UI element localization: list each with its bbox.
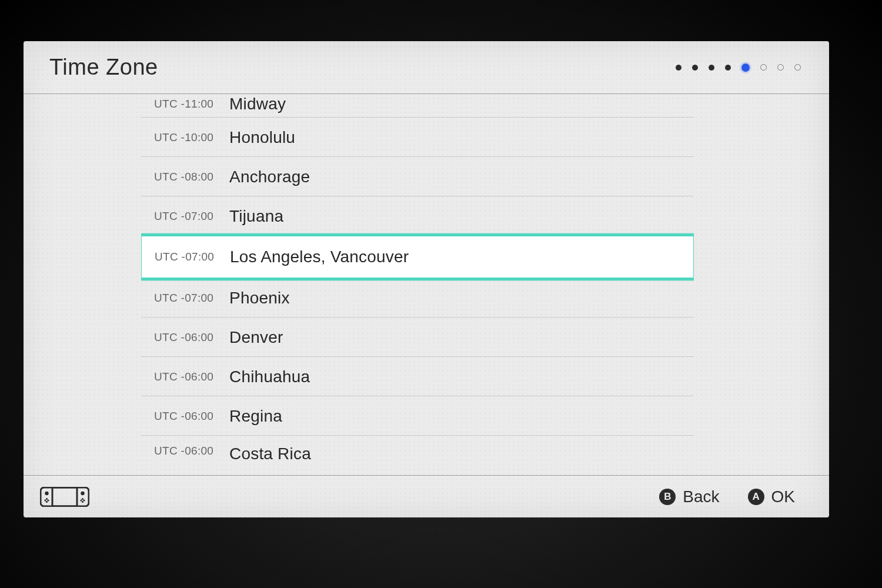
timezone-city: Honolulu (229, 128, 295, 147)
timezone-offset: UTC -07:00 (154, 292, 229, 305)
timezone-city: Midway (229, 96, 286, 112)
timezone-row[interactable]: UTC -07:00Phoenix (141, 278, 694, 318)
timezone-row[interactable]: UTC -06:00Regina (141, 396, 694, 436)
header: Time Zone (24, 41, 829, 94)
timezone-row[interactable]: UTC -08:00Anchorage (141, 157, 694, 196)
b-button-icon: B (659, 489, 676, 505)
svg-point-10 (82, 497, 83, 499)
svg-point-8 (80, 499, 82, 501)
timezone-city: Phoenix (229, 289, 290, 308)
timezone-city: Chihuahua (229, 368, 310, 386)
timezone-offset: UTC -07:00 (155, 250, 230, 263)
footer-actions: B Back A OK (659, 487, 795, 506)
timezone-offset: UTC -08:00 (154, 171, 229, 183)
timezone-row[interactable]: UTC -10:00Honolulu (141, 118, 694, 157)
timezone-row[interactable]: UTC -06:00Costa Rica (141, 436, 694, 466)
timezone-offset: UTC -06:00 (154, 410, 229, 423)
timezone-offset: UTC -06:00 (154, 331, 229, 344)
svg-point-9 (83, 499, 85, 501)
pager-dot-done (709, 65, 714, 71)
timezone-offset: UTC -06:00 (154, 445, 229, 457)
back-button[interactable]: B Back (659, 487, 719, 506)
a-button-icon: A (748, 489, 764, 505)
device-bezel: Time Zone UTC -11:00MidwayUTC -10:00Hono… (0, 0, 882, 588)
timezone-city: Anchorage (229, 168, 310, 186)
timezone-city: Tijuana (229, 207, 283, 226)
ok-button[interactable]: A OK (748, 487, 795, 506)
timezone-row[interactable]: UTC -07:00Tijuana (141, 196, 694, 236)
svg-point-7 (46, 500, 48, 502)
timezone-city: Denver (229, 328, 283, 347)
svg-point-2 (45, 491, 48, 495)
timezone-city: Los Angeles, Vancouver (230, 248, 409, 266)
timezone-city: Costa Rica (229, 445, 311, 463)
timezone-offset: UTC -11:00 (154, 98, 229, 112)
svg-point-4 (44, 499, 46, 501)
footer: B Back A OK (24, 475, 829, 517)
pager-dot-upcoming (777, 64, 784, 71)
setup-progress-pager (676, 64, 801, 72)
svg-point-5 (47, 499, 49, 501)
pager-dot-done (692, 65, 698, 71)
back-label: Back (683, 487, 719, 506)
pager-dot-done (676, 65, 681, 71)
controller-icon (40, 487, 89, 507)
pager-dot-done (725, 65, 731, 71)
timezone-offset: UTC -10:00 (154, 131, 229, 144)
svg-point-3 (81, 491, 84, 495)
timezone-row[interactable]: UTC -06:00Denver (141, 318, 694, 357)
ok-label: OK (771, 487, 795, 506)
timezone-row-selected[interactable]: UTC -07:00Los Angeles, Vancouver (141, 233, 694, 280)
timezone-offset: UTC -07:00 (154, 210, 229, 223)
timezone-row[interactable]: UTC -11:00Midway (141, 94, 694, 118)
screen: Time Zone UTC -11:00MidwayUTC -10:00Hono… (24, 41, 829, 517)
svg-point-11 (82, 500, 83, 502)
pager-dot-current (741, 64, 750, 72)
timezone-offset: UTC -06:00 (154, 370, 229, 383)
svg-rect-1 (52, 487, 77, 506)
timezone-list[interactable]: UTC -11:00MidwayUTC -10:00HonoluluUTC -0… (141, 94, 694, 475)
page-title: Time Zone (49, 55, 158, 80)
pager-dot-upcoming (794, 64, 801, 71)
pager-dot-upcoming (760, 64, 767, 71)
timezone-city: Regina (229, 407, 282, 426)
svg-point-6 (46, 497, 48, 499)
svg-rect-0 (41, 487, 89, 506)
timezone-row[interactable]: UTC -06:00Chihuahua (141, 357, 694, 396)
